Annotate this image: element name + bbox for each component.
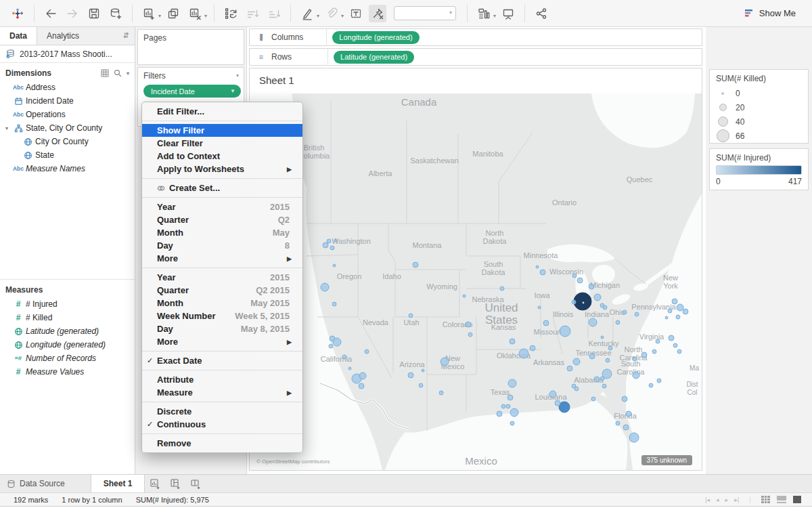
map-mark[interactable] [591,397,595,401]
filter-pill-caret-icon[interactable]: ▼ [230,88,235,94]
swap-rows-columns-icon[interactable] [222,5,240,22]
map-mark[interactable] [567,366,572,371]
map-mark[interactable] [600,377,604,381]
map-mark[interactable] [536,265,539,268]
menu-item-apply-to-worksheets[interactable]: Apply to Worksheets▶ [142,163,302,175]
map-mark[interactable] [329,344,333,348]
menu-item-edit-filter[interactable]: Edit Filter... [142,105,302,118]
map-mark[interactable] [327,239,331,243]
dimension-item-state[interactable]: State [0,148,135,162]
attach-icon[interactable] [323,5,340,22]
map-mark[interactable] [622,396,627,402]
highlight-icon[interactable] [298,5,316,22]
menu-item-quarter[interactable]: QuarterQ2 2015 [142,284,302,297]
highlight-caret-icon[interactable]: ▾ [317,13,319,19]
map-canvas[interactable]: CanadaBritishColumbiaAlbertaSaskatchewan… [250,93,702,470]
map-mark[interactable] [555,400,560,406]
map-mark[interactable] [323,242,328,248]
new-worksheet-caret-icon[interactable]: ▾ [158,13,161,19]
pager-next-icon[interactable]: ▸ [725,496,729,503]
dimension-item-city-or-county[interactable]: City Or County [0,135,135,148]
tab-data[interactable]: Data [0,27,37,45]
measure-item-longitude-generated[interactable]: Longitude (generated) [0,338,135,352]
map-mark[interactable] [683,309,688,314]
menu-item-remove[interactable]: Remove [142,437,302,450]
measure-item-killed[interactable]: ## Killed [0,311,135,324]
dimensions-menu-icon[interactable]: ▾ [127,70,129,77]
map-mark[interactable] [602,384,606,388]
rows-pill-latitude[interactable]: Latitude (generated) [334,51,414,64]
expander-icon[interactable]: ▾ [3,125,11,131]
columns-pill-longitude[interactable]: Longitude (generated) [332,31,419,44]
map-mark[interactable] [530,345,535,351]
text-label-icon[interactable] [347,5,365,22]
map-view[interactable]: CanadaBritishColumbiaAlbertaSaskatchewan… [250,93,702,470]
map-mark[interactable] [572,300,576,304]
menu-item-month[interactable]: MonthMay 2015 [142,297,302,310]
map-mark[interactable] [463,295,466,297]
map-mark[interactable] [342,355,346,359]
pager-first-icon[interactable]: |◂ [705,496,710,503]
map-mark[interactable] [626,411,631,417]
pager-prev-icon[interactable]: ◂ [716,496,719,503]
map-mark[interactable] [419,383,423,387]
map-mark[interactable] [409,314,413,318]
map-mark[interactable] [441,358,449,366]
menu-item-measure[interactable]: Measure▶ [142,386,302,399]
filters-card-menu-icon[interactable]: ▾ [236,72,239,79]
map-mark[interactable] [332,302,336,306]
menu-item-more[interactable]: More▶ [142,252,302,265]
menu-item-year[interactable]: Year2015 [142,271,302,284]
map-mark[interactable] [321,283,329,291]
measure-item-latitude-generated[interactable]: Latitude (generated) [0,324,135,338]
map-mark[interactable] [633,357,637,361]
menu-item-quarter[interactable]: QuarterQ2 [142,213,302,226]
dimension-item-measure-names[interactable]: AbcMeasure Names [0,162,135,175]
datasource-item[interactable]: 2013-2017 Mass Shooti... [0,45,135,63]
menu-item-week-number[interactable]: Week NumberWeek 5, 2015 [142,310,302,322]
menu-item-add-to-context[interactable]: Add to Context [142,150,302,163]
dimension-item-state-city-or-county[interactable]: ▾State, City Or County [0,121,135,135]
map-mark[interactable] [500,286,504,291]
map-mark[interactable] [549,391,556,398]
map-mark[interactable] [608,346,612,350]
sort-descending-icon[interactable] [265,5,283,22]
menu-item-attribute[interactable]: Attribute [142,373,302,386]
measure-item-injured[interactable]: ## Injured [0,297,135,311]
show-mark-labels-caret-icon[interactable]: ▾ [493,13,496,19]
menu-item-day[interactable]: Day8 [142,239,302,252]
map-mark[interactable] [616,320,620,324]
pane-swap-icon[interactable]: ⇵ [117,27,135,45]
map-mark[interactable] [603,305,607,310]
presentation-icon[interactable] [499,5,517,22]
tableau-logo-icon[interactable] [9,5,26,22]
map-mark[interactable] [668,309,672,313]
map-mark[interactable] [672,299,677,304]
map-mark[interactable] [635,312,639,316]
map-mark[interactable] [673,343,677,347]
duplicate-sheet-icon[interactable] [164,5,182,22]
save-icon[interactable] [85,5,103,22]
rows-shelf[interactable]: ≡ Rows Latitude (generated) [249,48,702,66]
clear-sheet-caret-icon[interactable]: ▾ [204,13,207,19]
map-mark[interactable] [359,373,366,379]
new-story-button[interactable] [185,475,206,492]
map-mark[interactable] [501,404,505,408]
map-mark[interactable] [439,391,443,395]
menu-item-continuous[interactable]: ✓Continuous [142,418,302,431]
back-arrow-icon[interactable] [42,5,60,22]
map-mark[interactable] [510,408,518,417]
map-mark[interactable] [572,384,576,388]
map-mark[interactable] [506,404,510,408]
tab-analytics[interactable]: Analytics [37,27,117,45]
size-legend-item-40[interactable]: 40 [716,114,802,129]
fullscreen-view-icon[interactable] [793,496,801,503]
map-mark[interactable] [540,270,545,275]
fit-axes-icon[interactable] [369,5,386,22]
map-mark[interactable] [466,322,471,327]
map-mark[interactable] [669,335,674,341]
forward-arrow-icon[interactable] [64,5,81,22]
map-mark[interactable] [333,338,341,346]
map-mark[interactable] [641,352,647,358]
menu-item-show-filter[interactable]: Show Filter [142,124,302,137]
